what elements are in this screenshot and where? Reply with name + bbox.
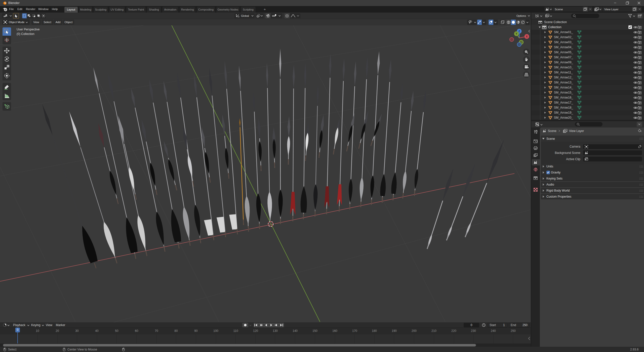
svg-text:X: X [526,35,528,38]
svg-text:Z: Z [518,30,520,33]
svg-text:Y: Y [515,32,517,35]
